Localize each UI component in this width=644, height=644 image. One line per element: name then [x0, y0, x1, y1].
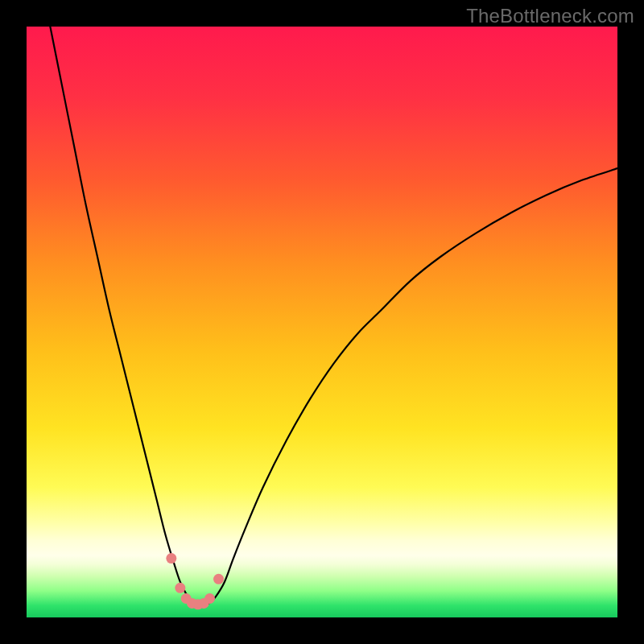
- highlight-marker: [204, 593, 215, 604]
- watermark-text: TheBottleneck.com: [466, 5, 634, 27]
- highlight-marker: [213, 574, 224, 584]
- highlight-marker: [175, 583, 185, 593]
- bottleneck-curve: [50, 27, 617, 606]
- highlight-markers: [166, 553, 224, 609]
- plot-area: [27, 27, 617, 617]
- curve-layer: [27, 27, 617, 617]
- chart-frame: TheBottleneck.com: [0, 0, 644, 644]
- highlight-marker: [166, 553, 176, 564]
